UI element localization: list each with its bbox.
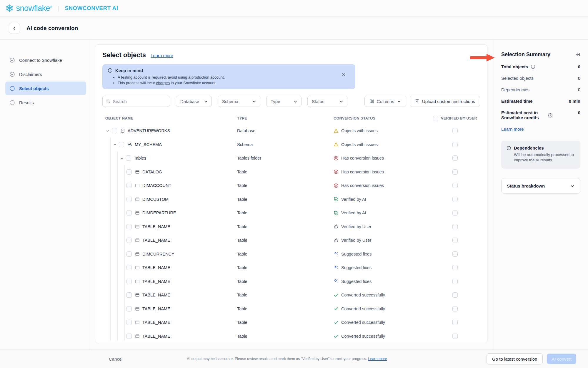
- table-row[interactable]: DIMDEPARTURETableVerified by AI: [102, 206, 480, 220]
- banner-close-button[interactable]: [342, 72, 346, 77]
- column-header-conversion-status: CONVERSION STATUS: [334, 116, 433, 120]
- row-checkbox[interactable]: [126, 265, 132, 270]
- sidebar-item-connect[interactable]: Connect to Snowflake: [5, 53, 86, 67]
- verified-by-user-checkbox[interactable]: [452, 183, 458, 188]
- table-row[interactable]: TABLE_NAMETableVerified by User: [102, 233, 480, 247]
- columns-button[interactable]: Columns: [364, 96, 406, 107]
- row-checkbox[interactable]: [126, 183, 132, 188]
- verified-by-user-checkbox[interactable]: [452, 197, 458, 202]
- object-type: Table: [237, 197, 334, 202]
- search-input[interactable]: [113, 99, 166, 104]
- status-breakdown-toggle[interactable]: Status breakdown: [501, 178, 580, 194]
- verified-by-user-checkbox[interactable]: [452, 210, 458, 216]
- sidebar-item-results[interactable]: Results: [5, 96, 86, 109]
- summary-value: 0: [578, 76, 580, 81]
- row-checkbox[interactable]: [112, 128, 117, 133]
- info-icon[interactable]: [531, 64, 535, 69]
- status-filter-dropdown[interactable]: Status: [307, 96, 347, 107]
- tree-expand-chevron[interactable]: [119, 156, 124, 160]
- verified-by-user-checkbox[interactable]: [452, 169, 458, 175]
- sidebar-item-disclaimers[interactable]: Disclaimers: [5, 67, 86, 81]
- row-checkbox[interactable]: [126, 197, 132, 202]
- type-filter-dropdown[interactable]: Type: [266, 96, 302, 107]
- conversion-status: Has conversion issues: [334, 156, 433, 161]
- object-name: DIMDEPARTURE: [142, 210, 176, 215]
- database-filter-dropdown[interactable]: Database: [176, 96, 212, 107]
- row-checkbox[interactable]: [126, 155, 131, 161]
- search-icon: [106, 99, 110, 104]
- table-row[interactable]: TABLE_NAMETableConverted successfully: [102, 316, 480, 329]
- table-row[interactable]: MY_SCHEMASchemaObjects with issues: [102, 138, 480, 152]
- app-header: ❄ snowflake® | SNOWCONVERT AI: [0, 0, 588, 17]
- brand-wordmark: snowflake®: [16, 4, 52, 13]
- verified-by-user-checkbox[interactable]: [452, 306, 458, 311]
- verified-by-user-checkbox[interactable]: [452, 224, 458, 229]
- object-name: TABLE_NAME: [142, 334, 170, 339]
- conversion-status-label: Verified by User: [341, 224, 371, 229]
- tree-expand-chevron[interactable]: [105, 129, 110, 133]
- schema-filter-dropdown[interactable]: Schema: [218, 96, 260, 107]
- ai-convert-button[interactable]: AI convert: [547, 354, 576, 364]
- table-row[interactable]: DATALOGTableHas conversion issues: [102, 165, 480, 179]
- table-row[interactable]: DIMCURRENCYTableSuggested fixes: [102, 247, 480, 261]
- row-checkbox[interactable]: [126, 210, 132, 216]
- table-row[interactable]: TABLE_NAMETableSuggested fixes: [102, 275, 480, 289]
- summary-row-dependencies: Dependencies 0: [501, 87, 580, 92]
- table-row[interactable]: TABLE_NAMETableVerified by User: [102, 220, 480, 234]
- chevron-down-icon: [570, 183, 575, 188]
- verified-select-all-checkbox[interactable]: [433, 116, 438, 121]
- row-checkbox[interactable]: [126, 334, 132, 339]
- verified-by-user-checkbox[interactable]: [452, 142, 458, 147]
- table-header-row: OBJECT NAME TYPE CONVERSION STATUS VERIF…: [102, 113, 480, 124]
- row-checkbox[interactable]: [126, 320, 132, 325]
- back-button[interactable]: [9, 23, 20, 34]
- row-checkbox[interactable]: [126, 292, 132, 298]
- object-type: Table: [237, 252, 334, 256]
- info-icon[interactable]: [548, 113, 553, 118]
- table-row[interactable]: TABLE_NAMETableConverted successfully: [102, 288, 480, 302]
- error-icon: [334, 156, 339, 161]
- conversion-status: Converted successfully: [334, 334, 433, 339]
- verified-by-user-checkbox[interactable]: [452, 292, 458, 298]
- charges-link[interactable]: charges: [156, 81, 170, 85]
- row-checkbox[interactable]: [126, 306, 132, 311]
- summary-title: Selection Summary: [501, 52, 550, 58]
- conversion-status-label: Converted successfully: [341, 320, 385, 325]
- success-check-icon: [334, 293, 339, 298]
- table-row[interactable]: TABLE_NAMETableConverted successfully: [102, 329, 480, 343]
- table-row[interactable]: TablesTables folderHas conversion issues: [102, 151, 480, 165]
- upload-custom-instructions-button[interactable]: Upload custom instructions: [410, 96, 480, 107]
- verified-by-user-checkbox[interactable]: [452, 155, 458, 161]
- row-checkbox[interactable]: [126, 238, 132, 243]
- collapse-panel-button[interactable]: [575, 52, 580, 57]
- verified-by-user-checkbox[interactable]: [452, 251, 458, 257]
- table-row[interactable]: DIMCUSTOMTableVerified by AI: [102, 193, 480, 206]
- verified-by-user-icon: [334, 224, 339, 229]
- search-field[interactable]: [102, 96, 170, 107]
- verified-by-user-checkbox[interactable]: [452, 265, 458, 270]
- row-checkbox[interactable]: [126, 251, 132, 257]
- tree-expand-chevron[interactable]: [112, 142, 117, 146]
- verified-by-user-checkbox[interactable]: [452, 320, 458, 325]
- summary-learn-more-link[interactable]: Learn more: [501, 127, 524, 132]
- learn-more-link[interactable]: Learn more: [151, 53, 173, 58]
- verified-by-user-checkbox[interactable]: [452, 334, 458, 339]
- summary-row-estimated-time: Estimated time 0 min: [501, 99, 580, 104]
- row-checkbox[interactable]: [126, 169, 132, 175]
- cancel-button[interactable]: Cancel: [109, 357, 123, 362]
- table-row[interactable]: TABLE_NAMETableConverted successfully: [102, 302, 480, 316]
- table-row[interactable]: ADVENTUREWORKSDatabaseObjects with issue…: [102, 124, 480, 138]
- chevron-down-icon: [204, 99, 208, 104]
- verified-by-user-checkbox[interactable]: [452, 279, 458, 284]
- conversion-status-label: Suggested fixes: [341, 279, 372, 284]
- row-checkbox[interactable]: [126, 224, 132, 229]
- row-checkbox[interactable]: [126, 279, 132, 284]
- table-row[interactable]: DIMACCOUNTTableHas conversion issues: [102, 179, 480, 193]
- sidebar-item-select-objects[interactable]: Select objects: [5, 82, 86, 95]
- table-row[interactable]: TABLE_NAMETableSuggested fixes: [102, 261, 480, 275]
- verified-by-user-checkbox[interactable]: [452, 238, 458, 243]
- row-checkbox[interactable]: [119, 142, 124, 147]
- footer-learn-more-link[interactable]: Learn more: [368, 357, 387, 361]
- verified-by-user-checkbox[interactable]: [452, 128, 458, 133]
- go-to-latest-conversion-button[interactable]: Go to latest conversion: [487, 353, 543, 364]
